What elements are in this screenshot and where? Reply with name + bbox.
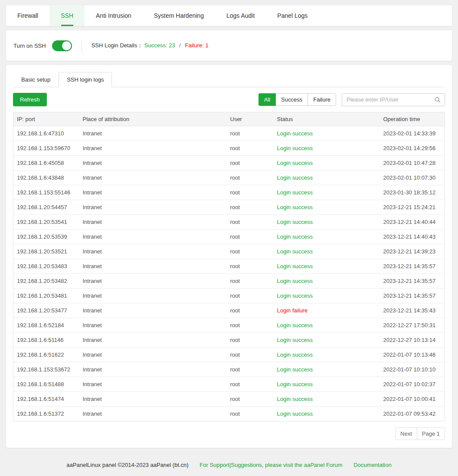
status-badge: Login success xyxy=(277,145,313,151)
cell-ip-port: 192.168.1.6:52184 xyxy=(13,318,79,333)
cell-user: root xyxy=(227,407,274,421)
filter-all-button[interactable]: All xyxy=(258,93,276,106)
cell-place: Intranet xyxy=(79,377,227,392)
cell-user: root xyxy=(227,230,274,244)
tab-ssh-login-logs[interactable]: SSH login logs xyxy=(59,72,112,87)
filter-success-button[interactable]: Success xyxy=(275,93,308,106)
cell-user: root xyxy=(227,362,274,377)
cell-operation-time: 2022-12-27 17:50:31 xyxy=(380,318,445,333)
table-body: 192.168.1.6:47310IntranetrootLogin succe… xyxy=(13,126,445,421)
cell-ip-port: 192.168.1.20:53521 xyxy=(13,244,79,259)
cell-place: Intranet xyxy=(79,303,227,318)
cell-operation-time: 2023-02-01 10:47:28 xyxy=(380,156,445,171)
cell-status: Login success xyxy=(274,333,380,348)
nav-tab-firewall[interactable]: Firewall xyxy=(6,5,49,26)
login-details-label: SSH Login Details： xyxy=(92,42,143,49)
status-badge: Login success xyxy=(277,292,313,299)
page: FirewallSSHAnti IntrusionSystem Hardenin… xyxy=(0,0,458,476)
cell-ip-port: 192.168.1.6:51474 xyxy=(13,392,79,407)
column-header-ip-port: IP: port xyxy=(13,112,79,126)
search-input[interactable] xyxy=(342,93,445,106)
cell-operation-time: 2023-12-21 14:35:43 xyxy=(380,303,445,318)
column-header-operation-time: Operation time xyxy=(380,112,445,126)
table-row: 192.168.1.6:51372IntranetrootLogin succe… xyxy=(13,407,445,421)
nav-tab-system-hardening[interactable]: System Hardening xyxy=(143,5,215,26)
success-count: Success: 23 xyxy=(144,42,175,49)
toolbar: Refresh AllSuccessFailure xyxy=(13,93,445,106)
column-header-status: Status xyxy=(274,112,380,126)
cell-status: Login success xyxy=(274,141,380,156)
table-row: 192.168.1.20:53541IntranetrootLogin succ… xyxy=(13,215,445,230)
cell-place: Intranet xyxy=(79,141,227,156)
cell-ip-port: 192.168.1.6:47310 xyxy=(13,126,79,141)
cell-place: Intranet xyxy=(79,215,227,230)
support-link[interactable]: For Support|Suggestions, please visit th… xyxy=(200,462,342,468)
cell-place: Intranet xyxy=(79,230,227,244)
table-row: 192.168.1.6:52184IntranetrootLogin succe… xyxy=(13,318,445,333)
current-page-button[interactable]: Page 1 xyxy=(417,427,445,440)
cell-ip-port: 192.168.1.20:53541 xyxy=(13,215,79,230)
turn-on-ssh-label: Turn on SSH xyxy=(13,43,46,49)
cell-user: root xyxy=(227,126,274,141)
cell-place: Intranet xyxy=(79,289,227,303)
cell-ip-port: 192.168.1.20:53477 xyxy=(13,303,79,318)
documentation-link[interactable]: Documentation xyxy=(353,462,391,468)
status-badge: Login success xyxy=(277,337,313,343)
tab-basic-setup[interactable]: Basic setup xyxy=(13,72,59,87)
cell-ip-port: 192.168.1.6:51146 xyxy=(13,333,79,348)
table-head: IP: portPlace of attributionUserStatusOp… xyxy=(13,112,445,126)
nav-tab-ssh[interactable]: SSH xyxy=(49,5,85,26)
status-badge: Login success xyxy=(277,233,313,240)
cell-ip-port: 192.168.1.6:43848 xyxy=(13,171,79,185)
cell-ip-port: 192.168.1.20:53482 xyxy=(13,274,79,289)
cell-status: Login success xyxy=(274,318,380,333)
cell-operation-time: 2023-12-21 14:40:43 xyxy=(380,230,445,244)
table-row: 192.168.1.6:47310IntranetrootLogin succe… xyxy=(13,126,445,141)
cell-status: Login success xyxy=(274,215,380,230)
cell-status: Login success xyxy=(274,407,380,421)
cell-status: Login success xyxy=(274,377,380,392)
status-badge: Login success xyxy=(277,204,313,210)
cell-operation-time: 2022-12-27 10:13:14 xyxy=(380,333,445,348)
cell-ip-port: 192.168.1.6:45058 xyxy=(13,156,79,171)
cell-status: Login success xyxy=(274,230,380,244)
table-row: 192.168.1.20:53477IntranetrootLogin fail… xyxy=(13,303,445,318)
nav-tab-logs-audit[interactable]: Logs Audit xyxy=(215,5,266,26)
table-row: 192.168.1.6:51488IntranetrootLogin succe… xyxy=(13,377,445,392)
cell-operation-time: 2022-01-07 10:13:46 xyxy=(380,348,445,362)
cell-status: Login success xyxy=(274,185,380,200)
status-badge: Login success xyxy=(277,278,313,284)
cell-status: Login success xyxy=(274,362,380,377)
cell-user: root xyxy=(227,156,274,171)
status-badge: Login success xyxy=(277,263,313,269)
cell-operation-time: 2022-01-07 10:02:37 xyxy=(380,377,445,392)
table-row: 192.168.1.20:53481IntranetrootLogin succ… xyxy=(13,289,445,303)
cell-ip-port: 192.168.1.153:55146 xyxy=(13,185,79,200)
ssh-logs-card: Basic setupSSH login logs Refresh AllSuc… xyxy=(6,65,452,448)
cell-place: Intranet xyxy=(79,392,227,407)
cell-ip-port: 192.168.1.6:51488 xyxy=(13,377,79,392)
nav-tab-anti-intrusion[interactable]: Anti Intrusion xyxy=(85,5,143,26)
cell-operation-time: 2022-01-07 10:10:10 xyxy=(380,362,445,377)
cell-place: Intranet xyxy=(79,171,227,185)
search-icon[interactable] xyxy=(434,96,441,105)
ssh-toggle[interactable] xyxy=(52,40,72,51)
next-page-button[interactable]: Next xyxy=(395,427,417,440)
cell-place: Intranet xyxy=(79,259,227,274)
column-header-place-of-attribution: Place of attribution xyxy=(79,112,227,126)
nav-tab-panel-logs[interactable]: Panel Logs xyxy=(266,5,319,26)
filter-failure-button[interactable]: Failure xyxy=(308,93,336,106)
cell-status: Login success xyxy=(274,126,380,141)
status-badge: Login failure xyxy=(277,307,308,314)
cell-place: Intranet xyxy=(79,244,227,259)
cell-operation-time: 2023-12-21 14:35:57 xyxy=(380,289,445,303)
cell-ip-port: 192.168.1.153:53672 xyxy=(13,362,79,377)
cell-user: root xyxy=(227,392,274,407)
cell-user: root xyxy=(227,289,274,303)
cell-user: root xyxy=(227,318,274,333)
status-badge: Login success xyxy=(277,366,313,373)
failure-count: Failure: 1 xyxy=(185,42,209,49)
status-badge: Login success xyxy=(277,351,313,358)
refresh-button[interactable]: Refresh xyxy=(13,93,47,106)
pagination: Next Page 1 xyxy=(13,427,445,440)
